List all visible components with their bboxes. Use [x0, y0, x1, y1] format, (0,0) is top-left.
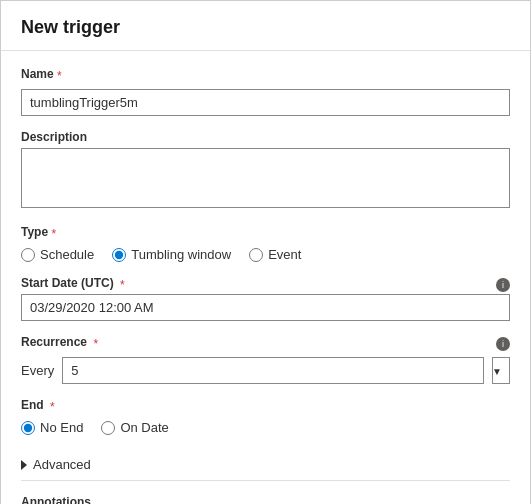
type-event-option[interactable]: Event: [249, 247, 301, 262]
recurrence-label-row: Recurrence * i: [21, 335, 510, 353]
end-label: End: [21, 398, 44, 412]
start-date-input[interactable]: [21, 294, 510, 321]
new-trigger-dialog: New trigger Name * Description Type *: [0, 0, 531, 504]
end-options-row: No End On Date: [21, 420, 510, 435]
type-tumbling-label: Tumbling window: [131, 247, 231, 262]
recurrence-every-label: Every: [21, 363, 54, 378]
recurrence-field-group: Recurrence * i Every Minute(s) Hour(s) D…: [21, 335, 510, 384]
type-tumbling-option[interactable]: Tumbling window: [112, 247, 231, 262]
name-input[interactable]: [21, 89, 510, 116]
end-on-date-label: On Date: [120, 420, 168, 435]
type-label-row: Type *: [21, 225, 510, 243]
type-required: *: [48, 227, 56, 241]
start-date-field-group: Start Date (UTC) * i: [21, 276, 510, 321]
recurrence-label: Recurrence: [21, 335, 87, 349]
end-on-date-option[interactable]: On Date: [101, 420, 168, 435]
type-event-radio[interactable]: [249, 248, 263, 262]
name-field-group: Name *: [21, 67, 510, 116]
name-required: *: [54, 69, 62, 83]
description-field-group: Description: [21, 130, 510, 211]
recurrence-unit-select-wrap: Minute(s) Hour(s) Day(s) Week(s) Month(s…: [492, 357, 510, 384]
dialog-body: Name * Description Type * Schedule: [1, 51, 530, 504]
recurrence-unit-select[interactable]: Minute(s) Hour(s) Day(s) Week(s) Month(s…: [492, 357, 510, 384]
type-schedule-radio[interactable]: [21, 248, 35, 262]
type-schedule-option[interactable]: Schedule: [21, 247, 94, 262]
name-label: Name: [21, 67, 54, 81]
type-options-row: Schedule Tumbling window Event: [21, 247, 510, 262]
start-date-info-icon[interactable]: i: [496, 278, 510, 292]
annotations-section: Annotations + New: [21, 495, 510, 504]
type-event-label: Event: [268, 247, 301, 262]
advanced-row[interactable]: Advanced: [21, 449, 510, 480]
end-label-row: End *: [21, 398, 510, 416]
dialog-title: New trigger: [1, 1, 530, 51]
advanced-label: Advanced: [33, 457, 91, 472]
description-input[interactable]: [21, 148, 510, 208]
end-no-end-option[interactable]: No End: [21, 420, 83, 435]
start-date-label-row: Start Date (UTC) * i: [21, 276, 510, 294]
end-field-group: End * No End On Date: [21, 398, 510, 435]
start-date-required: *: [117, 278, 125, 292]
recurrence-row: Every Minute(s) Hour(s) Day(s) Week(s) M…: [21, 357, 510, 384]
advanced-chevron-icon: [21, 460, 27, 470]
end-no-end-radio[interactable]: [21, 421, 35, 435]
recurrence-info-icon[interactable]: i: [496, 337, 510, 351]
name-label-row: Name *: [21, 67, 510, 85]
type-schedule-label: Schedule: [40, 247, 94, 262]
type-label: Type: [21, 225, 48, 239]
type-field-group: Type * Schedule Tumbling window Event: [21, 225, 510, 262]
type-tumbling-radio[interactable]: [112, 248, 126, 262]
end-no-end-label: No End: [40, 420, 83, 435]
end-on-date-radio[interactable]: [101, 421, 115, 435]
annotations-label: Annotations: [21, 495, 510, 504]
end-required: *: [47, 400, 55, 414]
description-label: Description: [21, 130, 510, 144]
recurrence-required: *: [90, 337, 98, 351]
recurrence-value-input[interactable]: [62, 357, 484, 384]
divider: [21, 480, 510, 481]
start-date-label: Start Date (UTC): [21, 276, 114, 290]
